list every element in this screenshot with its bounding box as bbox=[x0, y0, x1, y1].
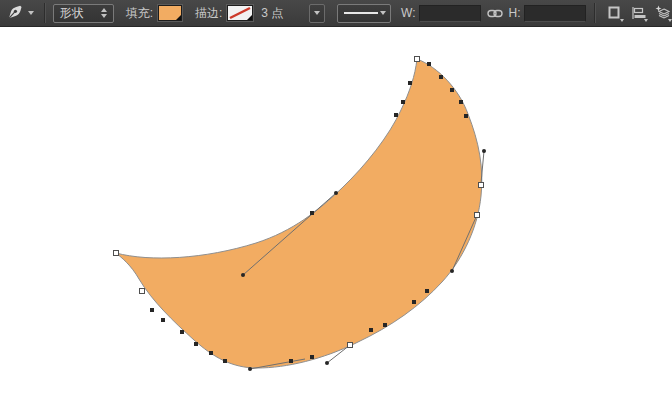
anchor-point[interactable] bbox=[427, 62, 431, 66]
anchor-point[interactable] bbox=[150, 308, 154, 312]
anchor-point[interactable] bbox=[394, 113, 398, 117]
anchor-point[interactable] bbox=[209, 351, 213, 355]
anchor-point[interactable] bbox=[383, 323, 387, 327]
anchor-point-unselected[interactable] bbox=[140, 289, 145, 294]
anchor-point[interactable] bbox=[459, 100, 463, 104]
anchor-point[interactable] bbox=[180, 330, 184, 334]
anchor-point[interactable] bbox=[425, 289, 429, 293]
anchor-point[interactable] bbox=[289, 359, 293, 363]
direction-handle-dot[interactable] bbox=[334, 191, 338, 195]
canvas-svg[interactable] bbox=[0, 0, 672, 400]
anchor-point[interactable] bbox=[310, 211, 314, 215]
anchor-point[interactable] bbox=[369, 328, 373, 332]
anchor-point[interactable] bbox=[310, 355, 314, 359]
anchor-point[interactable] bbox=[223, 359, 227, 363]
direction-handle-dot[interactable] bbox=[241, 273, 245, 277]
anchor-point[interactable] bbox=[401, 100, 405, 104]
vector-shape[interactable] bbox=[116, 59, 482, 368]
anchor-point-unselected[interactable] bbox=[415, 57, 420, 62]
anchor-point-unselected[interactable] bbox=[479, 183, 484, 188]
document-canvas[interactable] bbox=[0, 27, 672, 400]
anchor-point-unselected[interactable] bbox=[114, 251, 119, 256]
direction-handle-dot[interactable] bbox=[482, 149, 486, 153]
anchor-point[interactable] bbox=[439, 75, 443, 79]
direction-handle-dot[interactable] bbox=[325, 361, 329, 365]
anchor-point[interactable] bbox=[412, 300, 416, 304]
anchor-point[interactable] bbox=[161, 318, 165, 322]
anchor-point-unselected[interactable] bbox=[475, 213, 480, 218]
anchor-point[interactable] bbox=[194, 342, 198, 346]
direction-handle-dot[interactable] bbox=[450, 269, 454, 273]
anchor-point-unselected[interactable] bbox=[348, 343, 353, 348]
direction-handle-dot[interactable] bbox=[248, 367, 252, 371]
anchor-point[interactable] bbox=[408, 81, 412, 85]
anchor-point[interactable] bbox=[450, 88, 454, 92]
anchor-point[interactable] bbox=[464, 114, 468, 118]
